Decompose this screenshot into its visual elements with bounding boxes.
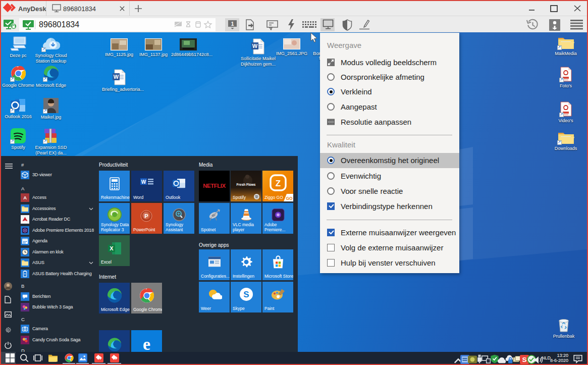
- svg-text:W: W: [141, 179, 146, 184]
- svg-text:S: S: [243, 289, 249, 299]
- svg-text:NETFLIX: NETFLIX: [203, 183, 226, 189]
- svg-text:S: S: [522, 356, 526, 363]
- svg-text:W: W: [114, 74, 119, 80]
- svg-text:Z: Z: [276, 179, 281, 188]
- svg-text:P: P: [144, 213, 148, 219]
- svg-text:W: W: [252, 43, 258, 49]
- svg-text:GO: GO: [286, 196, 293, 201]
- svg-text:X: X: [110, 245, 114, 251]
- svg-text:1: 1: [231, 21, 234, 27]
- svg-text:A: A: [23, 195, 27, 200]
